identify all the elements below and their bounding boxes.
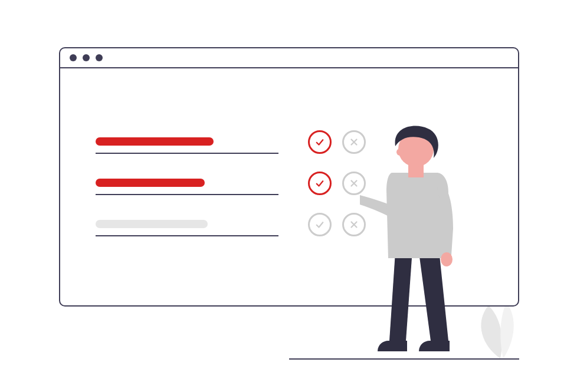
cross-icon — [349, 137, 359, 147]
progress-bar — [96, 179, 205, 187]
illustration-scene — [0, 0, 577, 392]
window-dot-icon — [83, 54, 90, 61]
cross-icon — [349, 178, 359, 189]
accept-button[interactable] — [308, 172, 332, 195]
window-dot-icon — [70, 54, 77, 61]
item-line — [96, 130, 278, 154]
progress-bar — [96, 220, 208, 228]
item-line — [96, 172, 278, 195]
ground-line — [289, 358, 519, 360]
check-icon — [314, 137, 325, 147]
cross-icon — [349, 219, 359, 230]
svg-point-4 — [396, 149, 404, 156]
accept-button[interactable] — [308, 213, 332, 236]
window-dot-icon — [96, 54, 103, 61]
window-titlebar — [60, 48, 518, 68]
progress-bar — [96, 137, 214, 146]
accept-button[interactable] — [308, 130, 332, 154]
check-icon — [314, 178, 325, 189]
check-icon — [314, 219, 325, 230]
svg-point-1 — [441, 252, 453, 266]
item-line — [96, 213, 278, 236]
person-illustration — [360, 105, 478, 358]
